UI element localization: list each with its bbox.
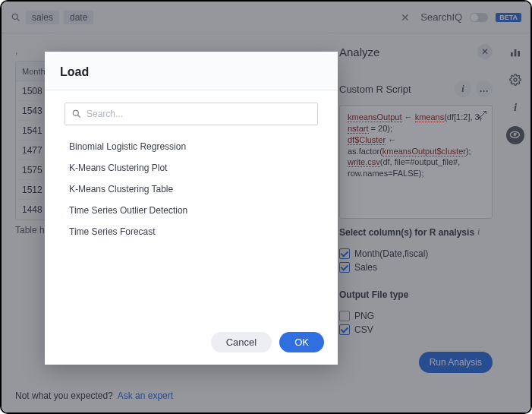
- modal-body: Binomial Logistic Regression K-Means Clu…: [45, 90, 338, 323]
- ok-button[interactable]: OK: [279, 332, 324, 352]
- modal-header: Load: [45, 52, 338, 90]
- modal-search-field[interactable]: [65, 103, 318, 125]
- modal-search-input[interactable]: [87, 109, 311, 119]
- app-window: sales date ✕ SearchIQ BETA , Month 1508 …: [2, 2, 530, 412]
- search-icon: [71, 109, 82, 119]
- svg-line-8: [78, 115, 80, 118]
- svg-point-7: [73, 110, 78, 115]
- cancel-button[interactable]: Cancel: [211, 332, 272, 352]
- list-item[interactable]: K-Means Clustering Table: [65, 179, 318, 200]
- modal-title: Load: [60, 65, 323, 79]
- list-item[interactable]: Binomial Logistic Regression: [65, 136, 318, 157]
- list-item[interactable]: Time Series Forecast: [65, 221, 318, 242]
- list-item[interactable]: Time Series Outlier Detection: [65, 200, 318, 221]
- modal-footer: Cancel OK: [45, 323, 338, 365]
- load-modal: Load Binomial Logistic Regression K-Mean…: [45, 52, 338, 365]
- list-item[interactable]: K-Means Clustering Plot: [65, 157, 318, 179]
- template-list: Binomial Logistic Regression K-Means Clu…: [65, 136, 318, 242]
